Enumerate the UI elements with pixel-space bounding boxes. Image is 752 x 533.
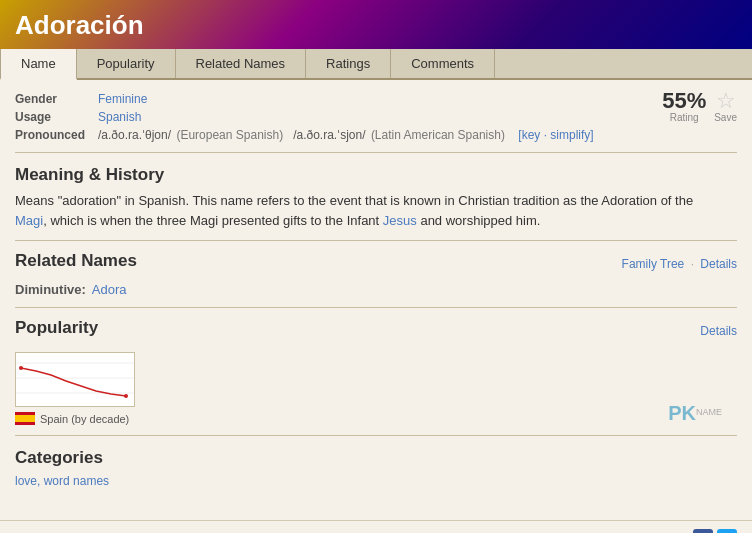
meaning-heading: Meaning & History xyxy=(15,165,737,185)
chart-label: Spain (by decade) xyxy=(15,412,737,425)
twitter-icon[interactable]: t xyxy=(717,529,737,533)
pron-ipa-2: /a.ðo.ra.ˈsjon/ xyxy=(293,128,365,142)
chart-svg xyxy=(16,353,134,406)
popularity-row: Spain (by decade) PKNAME xyxy=(15,344,737,425)
rating-percent: 55% xyxy=(662,90,706,112)
popularity-chart[interactable] xyxy=(15,352,135,407)
adora-link[interactable]: Adora xyxy=(92,282,127,297)
diminutive-label: Diminutive: xyxy=(15,282,86,297)
facebook-icon[interactable]: f xyxy=(693,529,713,533)
diminutive-value: Adora xyxy=(92,282,127,297)
svg-rect-0 xyxy=(16,353,134,406)
diminutive-row: Diminutive: Adora xyxy=(15,282,737,297)
tab-name[interactable]: Name xyxy=(0,49,77,80)
pronounced-label: Pronounced xyxy=(15,128,90,142)
chart-label-text: Spain (by decade) xyxy=(40,413,129,425)
pron-ipa-1: /a.ðo.ra.ˈθjon/ xyxy=(98,128,171,142)
pron-note-1: (European Spanish) xyxy=(176,128,283,142)
usage-row: Usage Spanish xyxy=(15,110,737,124)
pk-text: PK xyxy=(668,402,696,424)
divider-2 xyxy=(15,240,737,241)
tab-related-names[interactable]: Related Names xyxy=(176,49,307,78)
chart-area: Spain (by decade) xyxy=(15,344,737,425)
meaning-text: Means "adoration" in Spanish. This name … xyxy=(15,191,695,230)
rating-save-area: 55% Rating ☆ Save xyxy=(662,90,737,123)
category-love-link[interactable]: love xyxy=(15,474,37,488)
related-details-link[interactable]: Details xyxy=(700,257,737,271)
divider-1 xyxy=(15,152,737,153)
page-footer: Entry updated April 16, 2019 f t xyxy=(0,520,752,533)
star-icon: ☆ xyxy=(714,90,737,112)
popularity-details-link[interactable]: Details xyxy=(700,324,737,338)
page-header: Adoración xyxy=(0,0,752,49)
popularity-header: Popularity Details xyxy=(15,318,737,344)
spain-flag xyxy=(15,412,35,425)
pronounced-value: /a.ðo.ra.ˈθjon/ (European Spanish) /a.ðo… xyxy=(98,128,594,142)
related-names-header: Related Names Family Tree · Details xyxy=(15,251,737,277)
gender-row: Gender Feminine xyxy=(15,92,737,106)
usage-value[interactable]: Spanish xyxy=(98,110,141,124)
tab-bar: Name Popularity Related Names Ratings Co… xyxy=(0,49,752,80)
categories-text: love, word names xyxy=(15,474,737,488)
popularity-heading: Popularity xyxy=(15,318,98,338)
gender-label: Gender xyxy=(15,92,90,106)
family-tree-link[interactable]: Family Tree xyxy=(622,257,685,271)
tab-ratings[interactable]: Ratings xyxy=(306,49,391,78)
pk-small: NAME xyxy=(696,407,722,417)
key-simplify-link[interactable]: [key · simplify] xyxy=(518,128,593,142)
related-links: Family Tree · Details xyxy=(622,257,737,271)
social-icons: f t xyxy=(693,529,737,533)
category-word-names-link[interactable]: word names xyxy=(44,474,109,488)
save-button[interactable]: ☆ Save xyxy=(714,90,737,123)
related-names-heading: Related Names xyxy=(15,251,137,271)
link-separator: · xyxy=(691,257,698,271)
save-label: Save xyxy=(714,112,737,123)
divider-3 xyxy=(15,307,737,308)
usage-label: Usage xyxy=(15,110,90,124)
pronounced-row: Pronounced /a.ðo.ra.ˈθjon/ (European Spa… xyxy=(15,128,737,142)
jesus-link[interactable]: Jesus xyxy=(383,213,417,228)
tab-comments[interactable]: Comments xyxy=(391,49,495,78)
magi-link[interactable]: Magi xyxy=(15,213,43,228)
svg-point-4 xyxy=(19,366,23,370)
divider-4 xyxy=(15,435,737,436)
tab-popularity[interactable]: Popularity xyxy=(77,49,176,78)
svg-point-5 xyxy=(124,394,128,398)
main-content: 55% Rating ☆ Save Gender Feminine Usage … xyxy=(0,80,752,500)
rating-block: 55% Rating xyxy=(662,90,706,123)
categories-heading: Categories xyxy=(15,448,737,468)
gender-value[interactable]: Feminine xyxy=(98,92,147,106)
pron-note-2: (Latin American Spanish) xyxy=(371,128,505,142)
rating-label: Rating xyxy=(662,112,706,123)
pk-logo-area: PKNAME xyxy=(668,402,722,425)
page-title: Adoración xyxy=(15,10,144,41)
